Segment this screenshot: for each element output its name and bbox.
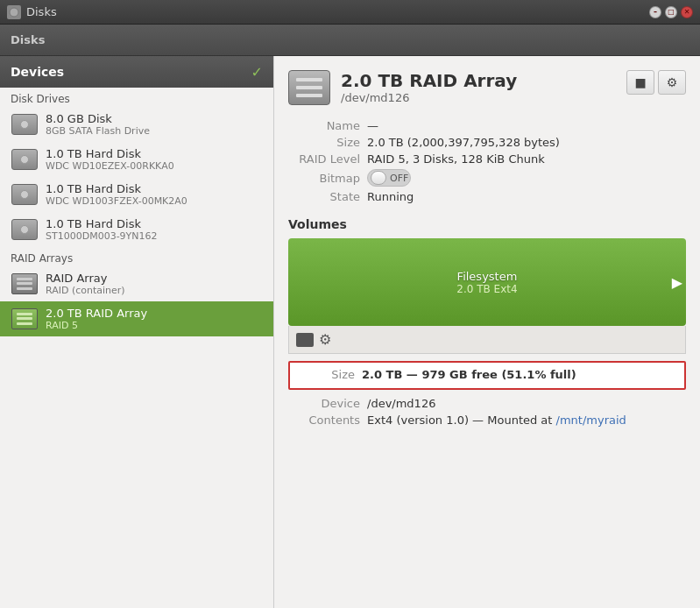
vol-contents-row: Contents Ext4 (version 1.0) — Mounted at…	[288, 414, 686, 427]
volume-settings-icon[interactable]: ⚙	[319, 331, 331, 348]
stop-button[interactable]: ■	[626, 70, 654, 95]
volume-extra-props: Device /dev/md126 Contents Ext4 (version…	[288, 397, 686, 427]
prop-name-row: Name —	[288, 119, 686, 132]
disk-sub-2tb-raid: RAID 5	[46, 320, 263, 331]
disk-info-1tb-wd1: 1.0 TB Hard Disk WDC WD10EZEX-00RKKA0	[46, 147, 263, 172]
prop-name-label: Name	[288, 119, 367, 132]
disk-sub-1tb-wd2: WDC WD1003FZEX-00MK2A0	[46, 195, 263, 207]
vol-size-value: 2.0 TB — 979 GB free (51.1% full)	[362, 368, 576, 381]
vol-contents-link[interactable]: /mnt/myraid	[556, 414, 626, 427]
raid-icon-2tb	[11, 307, 39, 331]
disk-info-2tb-raid: 2.0 TB RAID Array RAID 5	[46, 307, 263, 331]
volume-visualization[interactable]: Filesystem 2.0 TB Ext4 ▶	[288, 238, 686, 326]
device-actions: ■ ⚙	[626, 70, 686, 95]
prop-state-row: State Running	[288, 190, 686, 203]
disk-sub-1tb-wd1: WDC WD10EZEX-00RKKA0	[46, 160, 263, 172]
prop-state-label: State	[288, 190, 367, 203]
bitmap-toggle[interactable]: OFF	[367, 169, 411, 187]
sidebar-item-2tb-raid[interactable]: 2.0 TB RAID Array RAID 5	[0, 301, 273, 336]
volume-fs-sublabel: 2.0 TB Ext4	[456, 283, 517, 295]
prop-raid-row: RAID Level RAID 5, 3 Disks, 128 KiB Chun…	[288, 152, 686, 166]
volume-details: Size 2.0 TB — 979 GB free (51.1% full)	[288, 361, 686, 390]
topbar-label: Disks	[11, 33, 45, 46]
disk-info-1tb-wd2: 1.0 TB Hard Disk WDC WD1003FZEX-00MK2A0	[46, 182, 263, 207]
app-icon	[7, 5, 21, 19]
sidebar-item-8gb-disk[interactable]: 8.0 GB Disk 8GB SATA Flash Drive	[0, 107, 273, 142]
toggle-knob	[371, 171, 386, 185]
prop-name-value: —	[367, 119, 378, 132]
device-header: 2.0 TB RAID Array /dev/md126 ■ ⚙	[288, 70, 686, 105]
check-icon: ✓	[251, 64, 263, 81]
vol-contents-prefix: Ext4 (version 1.0) — Mounted at	[367, 414, 556, 427]
device-path: /dev/md126	[341, 91, 616, 104]
vol-device-label: Device	[288, 397, 367, 410]
hdd-icon-1tb-wd2	[11, 182, 39, 207]
sidebar-item-1tb-st[interactable]: 1.0 TB Hard Disk ST1000DM003-9YN162	[0, 212, 273, 247]
window-title: Disks	[26, 5, 644, 18]
disk-name-1tb-wd1: 1.0 TB Hard Disk	[46, 147, 263, 160]
raid-icon-container	[11, 272, 39, 296]
disk-info-1tb-st: 1.0 TB Hard Disk ST1000DM003-9YN162	[46, 217, 263, 242]
prop-size-value: 2.0 TB (2,000,397,795,328 bytes)	[367, 136, 560, 149]
disk-name-1tb-wd2: 1.0 TB Hard Disk	[46, 182, 263, 195]
main-window: Disks Devices ✓ Disk Drives 8.0 GB Disk …	[0, 25, 700, 608]
disk-sub-raid-container: RAID (container)	[46, 285, 263, 296]
disk-drives-section-label: Disk Drives	[0, 88, 273, 107]
svg-point-0	[10, 8, 18, 17]
device-title: 2.0 TB RAID Array	[341, 70, 616, 91]
volume-stop-button[interactable]	[296, 333, 314, 347]
maximize-button[interactable]: □	[665, 6, 677, 18]
disk-info-raid-container: RAID Array RAID (container)	[46, 272, 263, 296]
device-icon-large	[288, 70, 330, 105]
toggle-off-label: OFF	[390, 173, 408, 184]
properties-table: Name — Size 2.0 TB (2,000,397,795,328 by…	[288, 119, 686, 203]
vol-contents-text: Ext4 (version 1.0) — Mounted at /mnt/myr…	[367, 414, 626, 427]
prop-size-label: Size	[288, 136, 367, 149]
disk-name-8gb: 8.0 GB Disk	[46, 112, 263, 125]
titlebar: Disks – □ ✕	[0, 0, 700, 25]
settings-button[interactable]: ⚙	[658, 70, 686, 95]
raid-arrays-section-label: RAID Arrays	[0, 247, 273, 266]
disk-info-8gb: 8.0 GB Disk 8GB SATA Flash Drive	[46, 112, 263, 137]
topbar: Disks	[0, 25, 700, 56]
volume-expand-icon: ▶	[672, 274, 682, 291]
disk-sub-8gb: 8GB SATA Flash Drive	[46, 125, 263, 137]
volume-fs-label: Filesystem	[457, 270, 518, 283]
hdd-icon-8gb	[11, 112, 39, 137]
volumes-section-title: Volumes	[288, 217, 686, 231]
close-button[interactable]: ✕	[681, 6, 693, 18]
vol-size-label: Size	[301, 368, 362, 381]
prop-raid-value: RAID 5, 3 Disks, 128 KiB Chunk	[367, 152, 545, 166]
main-panel: 2.0 TB RAID Array /dev/md126 ■ ⚙ Name — …	[274, 56, 700, 608]
sidebar-title: Devices	[11, 65, 64, 79]
prop-bitmap-label: Bitmap	[288, 172, 367, 185]
vol-size-row: Size 2.0 TB — 979 GB free (51.1% full)	[301, 368, 674, 381]
vol-device-value: /dev/md126	[367, 397, 435, 410]
minimize-button[interactable]: –	[649, 6, 661, 18]
prop-bitmap-row: Bitmap OFF	[288, 169, 686, 187]
vol-contents-label: Contents	[288, 414, 367, 427]
volume-controls-bar: ⚙	[288, 326, 686, 354]
disk-name-raid-container: RAID Array	[46, 272, 263, 285]
sidebar-item-1tb-wd2[interactable]: 1.0 TB Hard Disk WDC WD1003FZEX-00MK2A0	[0, 177, 273, 212]
prop-state-value: Running	[367, 190, 414, 203]
prop-size-row: Size 2.0 TB (2,000,397,795,328 bytes)	[288, 136, 686, 149]
vol-device-row: Device /dev/md126	[288, 397, 686, 410]
device-title-area: 2.0 TB RAID Array /dev/md126	[341, 70, 616, 104]
sidebar-item-1tb-wd1[interactable]: 1.0 TB Hard Disk WDC WD10EZEX-00RKKA0	[0, 142, 273, 177]
hdd-icon-1tb-wd1	[11, 147, 39, 172]
sidebar-header: Devices ✓	[0, 56, 273, 88]
sidebar-item-raid-container[interactable]: RAID Array RAID (container)	[0, 266, 273, 301]
disk-name-2tb-raid: 2.0 TB RAID Array	[46, 307, 263, 320]
sidebar: Devices ✓ Disk Drives 8.0 GB Disk 8GB SA…	[0, 56, 274, 608]
hdd-icon-1tb-st	[11, 217, 39, 242]
disk-name-1tb-st: 1.0 TB Hard Disk	[46, 217, 263, 230]
disk-sub-1tb-st: ST1000DM003-9YN162	[46, 230, 263, 242]
content-area: Devices ✓ Disk Drives 8.0 GB Disk 8GB SA…	[0, 56, 700, 608]
prop-raid-label: RAID Level	[288, 152, 367, 166]
window-controls: – □ ✕	[649, 6, 693, 18]
